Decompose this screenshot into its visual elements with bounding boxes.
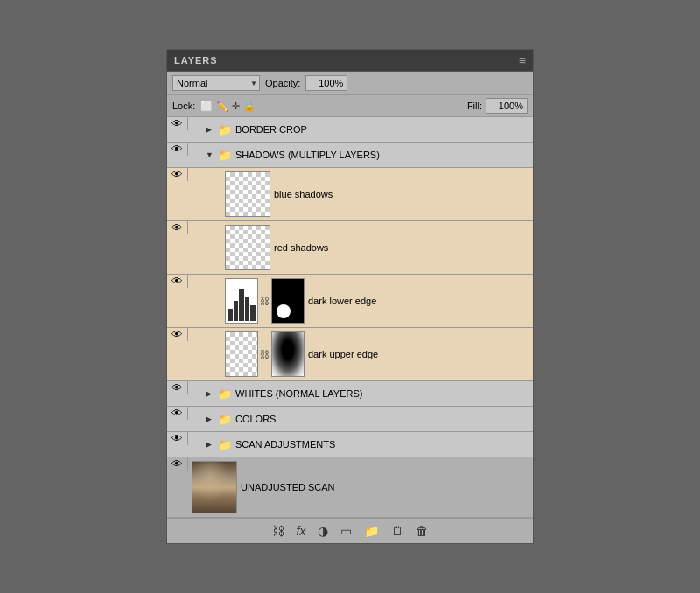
lock-transparent-icon[interactable]: ⬜ [200, 101, 213, 112]
layer-thumb-red-shadows [225, 225, 270, 270]
blend-mode-wrapper: Normal Dissolve Multiply Screen Overlay … [172, 75, 260, 91]
checker-pattern [226, 172, 270, 216]
layer-link-icon: ⛓ [260, 296, 270, 306]
eye-icon: 👁 [172, 168, 183, 181]
layer-row-red-shadows[interactable]: 👁 red shadows [167, 221, 533, 275]
photo-visual [192, 462, 236, 513]
eye-visibility-unadjusted[interactable]: 👁 [167, 457, 188, 471]
expand-arrow-colors[interactable]: ▶ [206, 415, 218, 423]
layers-list: 👁 ▶ 📁 BORDER CROP 👁 ▼ 📁 SHADOWS (MULTIPL… [167, 117, 533, 518]
eye-visibility-dark-lower[interactable]: 👁 [167, 275, 188, 288]
blend-opacity-row: Normal Dissolve Multiply Screen Overlay … [167, 72, 533, 95]
layer-content-unadjusted: UNADJUSTED SCAN [188, 457, 533, 517]
fill-group: Fill: [467, 98, 528, 114]
panel-titlebar: LAYERS ≡ [167, 50, 533, 72]
layer-label-red-shadows: red shadows [274, 242, 533, 253]
expand-arrow-border-crop[interactable]: ▶ [206, 125, 218, 134]
layer-label-shadows: SHADOWS (MULTIPLY LAYERS) [235, 150, 533, 160]
eye-visibility-border-crop[interactable]: 👁 [167, 117, 188, 130]
eye-visibility-whites[interactable]: 👁 [167, 381, 188, 394]
histo-bar [228, 309, 233, 321]
eye-icon: 👁 [172, 143, 183, 156]
eye-icon: 👁 [172, 275, 183, 288]
layer-content-border-crop: ▶ 📁 BORDER CROP [188, 117, 533, 142]
eye-visibility-colors[interactable]: 👁 [167, 407, 188, 420]
eye-visibility-red-shadows[interactable]: 👁 [167, 221, 188, 234]
layer-row-shadows-group[interactable]: 👁 ▼ 📁 SHADOWS (MULTIPLY LAYERS) [167, 143, 533, 168]
expand-arrow-scan-adj[interactable]: ▶ [206, 440, 218, 449]
layer-link-icon: ⛓ [260, 349, 270, 359]
new-group-button[interactable]: 📁 [360, 522, 383, 540]
link-layers-button[interactable]: ⛓ [268, 522, 289, 540]
layer-thumb-checker-small [225, 331, 258, 377]
layer-row-whites-group[interactable]: 👁 ▶ 📁 WHITES (NORMAL LAYERS) [167, 381, 533, 407]
layer-thumb-unadjusted [192, 461, 237, 513]
checker-pattern-small [226, 332, 257, 376]
folder-icon-shadows: 📁 [218, 149, 232, 162]
expand-arrow-shadows[interactable]: ▼ [206, 150, 218, 159]
layer-thumb-blue-shadows [225, 171, 270, 217]
eye-icon: 👁 [172, 221, 183, 234]
layer-label-colors: COLORS [235, 414, 533, 424]
layer-row-colors-group[interactable]: 👁 ▶ 📁 COLORS [167, 407, 533, 432]
folder-icon-colors: 📁 [218, 413, 232, 426]
eye-icon: 👁 [172, 381, 183, 394]
layer-row-dark-upper-edge[interactable]: 👁 ⛓ dark upper edge [167, 328, 533, 381]
layer-row-dark-lower-edge[interactable]: 👁 ⛓ [167, 275, 533, 328]
layer-content-shadows-group: ▼ 📁 SHADOWS (MULTIPLY LAYERS) [188, 143, 533, 167]
histo-bar [250, 305, 256, 321]
layer-content-blue-shadows: blue shadows [188, 168, 533, 220]
layer-content-red-shadows: red shadows [188, 221, 533, 274]
layer-row-blue-shadows[interactable]: 👁 blue shadows [167, 168, 533, 221]
lock-image-icon[interactable]: ✏️ [216, 101, 228, 112]
adjustment-layer-button[interactable]: ◑ [313, 522, 332, 540]
bottom-toolbar: ⛓ fx ◑ ▭ 📁 🗒 🗑 [167, 518, 533, 543]
layer-label-dark-upper: dark upper edge [308, 349, 533, 359]
lock-all-icon[interactable]: 🔒 [243, 101, 256, 112]
layer-row[interactable]: 👁 ▶ 📁 BORDER CROP [167, 117, 533, 143]
eye-icon: 👁 [172, 432, 183, 445]
lock-fill-row: Lock: ⬜ ✏️ ✛ 🔒 Fill: [167, 95, 533, 117]
fx-button[interactable]: fx [292, 522, 311, 540]
layer-thumb-black-blob [271, 278, 304, 324]
eye-icon: 👁 [172, 328, 183, 341]
folder-icon-whites: 📁 [218, 387, 232, 401]
lock-label: Lock: [172, 101, 195, 111]
panel-title: LAYERS [174, 55, 218, 66]
lock-position-icon[interactable]: ✛ [232, 101, 240, 112]
eye-icon: 👁 [172, 457, 183, 471]
eye-icon: 👁 [172, 407, 183, 420]
eye-visibility-shadows[interactable]: 👁 [167, 143, 188, 156]
opacity-label: Opacity: [265, 78, 300, 88]
layers-panel: LAYERS ≡ Normal Dissolve Multiply Screen… [166, 49, 534, 544]
new-layer-button[interactable]: 🗒 [387, 522, 408, 540]
histo-bar [234, 301, 239, 321]
black-blob-visual [272, 279, 304, 323]
layer-label-unadjusted: UNADJUSTED SCAN [241, 482, 533, 492]
panel-menu-icon[interactable]: ≡ [519, 53, 526, 67]
layer-row-scan-adjustments[interactable]: 👁 ▶ 📁 SCAN ADJUSTMENTS [167, 432, 533, 457]
gradient-blob-visual [272, 332, 304, 376]
layer-content-dark-lower: ⛓ dark lower edge [188, 275, 533, 327]
layer-label-blue-shadows: blue shadows [274, 189, 533, 199]
expand-arrow-whites[interactable]: ▶ [206, 389, 218, 398]
layer-label-whites: WHITES (NORMAL LAYERS) [235, 388, 533, 399]
blend-mode-select[interactable]: Normal Dissolve Multiply Screen Overlay [172, 75, 260, 91]
opacity-input[interactable] [305, 75, 347, 91]
layer-content-colors: ▶ 📁 COLORS [188, 407, 533, 431]
eye-visibility-dark-upper[interactable]: 👁 [167, 328, 188, 341]
fill-label: Fill: [467, 101, 482, 111]
layer-thumb-gradient-blob [271, 331, 304, 377]
histo-bar [239, 289, 244, 321]
layer-label-dark-lower: dark lower edge [308, 296, 533, 306]
delete-layer-button[interactable]: 🗑 [411, 522, 432, 540]
layer-row-unadjusted-scan[interactable]: 👁 UNADJUSTED SCAN [167, 457, 533, 518]
histo-bar [245, 296, 250, 321]
eye-icon: 👁 [172, 117, 183, 130]
blob-highlight [276, 304, 290, 318]
double-thumb-dark-lower: ⛓ [225, 278, 304, 324]
eye-visibility-blue-shadows[interactable]: 👁 [167, 168, 188, 181]
add-mask-button[interactable]: ▭ [336, 522, 356, 540]
fill-input[interactable] [486, 98, 528, 114]
eye-visibility-scan-adj[interactable]: 👁 [167, 432, 188, 445]
